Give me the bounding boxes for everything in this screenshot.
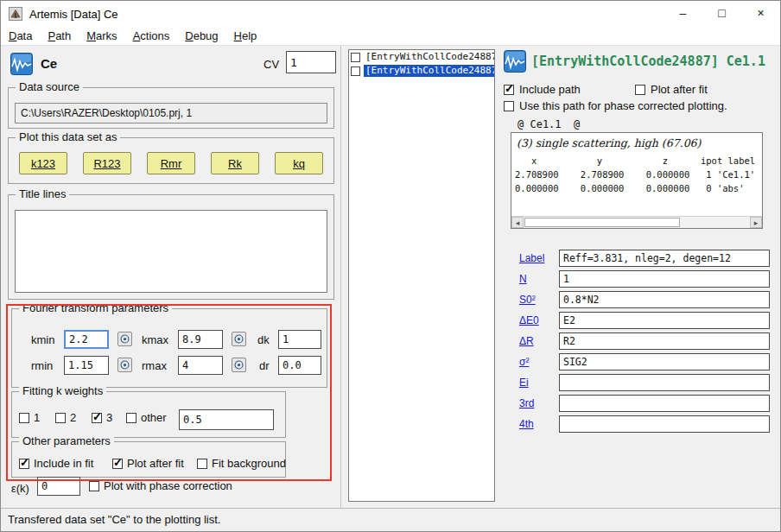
param-sigma2-input[interactable] <box>559 353 770 370</box>
param-ei-link[interactable]: Ei <box>519 377 529 389</box>
app-icon[interactable] <box>9 7 22 21</box>
phase-corrected-plotting-checkbox[interactable] <box>504 101 514 111</box>
param-de0-input[interactable] <box>559 312 770 329</box>
include-path-checkbox[interactable] <box>504 85 514 95</box>
maximize-button[interactable]: □ <box>702 1 741 27</box>
scroll-thumb[interactable] <box>524 218 680 227</box>
plot-after-fit-label: Plot after fit <box>127 457 184 470</box>
menu-path[interactable]: Path <box>40 28 79 44</box>
plot-rk-button[interactable]: Rk <box>211 152 259 174</box>
rmax-input[interactable] <box>178 356 223 375</box>
pluck-icon <box>119 359 130 370</box>
kmax-input[interactable] <box>178 330 223 349</box>
ft-params-group: Fourier transform parameters kmin kmax d… <box>11 308 327 388</box>
title-lines-textarea[interactable] <box>15 210 327 293</box>
ft-params-group-label: Fourier transform parameters <box>19 301 172 314</box>
plot-k123-button[interactable]: k123 <box>19 152 67 174</box>
phase-correction-checkbox[interactable] <box>89 481 99 491</box>
param-n-link[interactable]: N <box>519 273 527 285</box>
kweight-other-label: other <box>141 411 167 424</box>
menu-data[interactable]: Data <box>1 28 40 44</box>
pluck-kmax-button[interactable] <box>232 332 246 346</box>
path-title: [EntryWithCollCode24887] Ce1.1 <box>531 54 765 69</box>
path-list-item[interactable]: [EntryWithCollCode24887] <box>349 64 494 78</box>
param-dr-input[interactable] <box>559 332 770 350</box>
plot-rmr-button[interactable]: Rmr <box>147 152 195 174</box>
path-item-label[interactable]: [EntryWithCollCode24887] <box>364 65 495 77</box>
dk-input[interactable] <box>278 330 321 349</box>
geometry-row: 0.000000 0.000000 0.000000 0 'abs' <box>515 183 745 193</box>
param-label-link[interactable]: Label <box>519 252 544 264</box>
pluck-rmax-button[interactable] <box>232 358 246 372</box>
geometry-hscrollbar[interactable] <box>511 216 762 228</box>
path-item-checkbox[interactable] <box>351 53 360 62</box>
param-n-input[interactable] <box>559 270 770 288</box>
path-wave-icon <box>504 50 526 73</box>
title-lines-group-label: Title lines <box>16 187 69 200</box>
kweight-other-checkbox[interactable] <box>126 413 137 423</box>
param-s02-input[interactable] <box>559 291 770 308</box>
kweight-3-label: 3 <box>106 411 112 424</box>
param-label-input[interactable] <box>559 250 770 267</box>
dr-label: dr <box>259 359 270 372</box>
kmax-label: kmax <box>142 333 168 346</box>
kmin-label: kmin <box>31 333 54 346</box>
param-3rd-input[interactable] <box>559 395 770 412</box>
dr-input[interactable] <box>278 356 321 375</box>
pluck-icon <box>233 359 244 370</box>
path-plot-after-fit-checkbox[interactable] <box>635 85 645 95</box>
menu-marks[interactable]: Marks <box>79 28 124 44</box>
pluck-rmin-button[interactable] <box>117 358 132 372</box>
plot-group: Plot this data set as k123 R123 Rmr Rk k… <box>8 137 334 184</box>
path-list-item[interactable]: [EntryWithCollCode24887] <box>349 50 494 64</box>
kweights-group-label: Fitting k weights <box>19 384 106 397</box>
epsilon-input[interactable] <box>37 477 80 496</box>
minimize-button[interactable]: – <box>664 1 702 27</box>
kweight-2-checkbox[interactable] <box>55 413 66 423</box>
kweight-1-checkbox[interactable] <box>19 413 29 423</box>
param-3rd-link[interactable]: 3rd <box>519 397 534 409</box>
data-wave-icon <box>10 53 33 75</box>
include-in-fit-checkbox[interactable] <box>19 459 29 469</box>
param-sigma2-link[interactable]: σ² <box>519 356 529 368</box>
param-dr-link[interactable]: ΔR <box>519 335 534 347</box>
fit-background-checkbox[interactable] <box>197 459 207 469</box>
menu-debug[interactable]: Debug <box>177 28 225 44</box>
phase-corrected-plotting-label: Use this path for phase corrected plotti… <box>519 99 727 112</box>
dataset-name: Ce <box>41 56 57 71</box>
kweight-1-label: 1 <box>34 411 40 424</box>
cv-input[interactable] <box>286 51 336 73</box>
rmax-label: rmax <box>142 359 167 372</box>
pluck-icon <box>233 333 244 345</box>
param-4th-link[interactable]: 4th <box>519 418 534 430</box>
path-item-checkbox[interactable] <box>351 66 360 76</box>
plot-r123-button[interactable]: R123 <box>83 152 131 174</box>
path-geometry-tag: @ Ce1.1 @ <box>517 118 580 130</box>
path-plot-after-fit-label: Plot after fit <box>651 83 708 96</box>
close-button[interactable]: × <box>741 1 780 27</box>
param-4th-input[interactable] <box>559 415 770 433</box>
path-geometry-box: (3) single scattering, high (67.06) x y … <box>511 132 763 229</box>
scroll-left-icon[interactable] <box>511 217 524 228</box>
plot-group-label: Plot this data set as <box>16 130 120 143</box>
other-params-group-label: Other parameters <box>19 434 114 447</box>
kweight-3-checkbox[interactable] <box>92 413 102 423</box>
geometry-column-header: x y z ipot label <box>515 155 755 166</box>
plot-kq-button[interactable]: kq <box>275 152 323 174</box>
menu-actions[interactable]: Actions <box>125 28 178 44</box>
kmin-input[interactable] <box>64 330 109 349</box>
status-bar: Transfered data set "Ce" to the plotting… <box>1 508 780 531</box>
menu-help[interactable]: Help <box>226 28 265 44</box>
kweight-other-input[interactable] <box>179 409 274 430</box>
include-in-fit-label: Include in fit <box>34 457 93 470</box>
plot-after-fit-checkbox[interactable] <box>112 459 123 469</box>
rmin-input[interactable] <box>64 356 109 375</box>
path-item-label[interactable]: [EntryWithCollCode24887] <box>364 51 495 63</box>
param-s02-link[interactable]: S0² <box>519 294 536 306</box>
param-de0-link[interactable]: ΔE0 <box>519 314 539 326</box>
epsilon-label: ε(k) <box>11 482 29 495</box>
path-list[interactable]: [EntryWithCollCode24887] [EntryWithCollC… <box>348 49 495 502</box>
pluck-kmin-button[interactable] <box>117 332 132 346</box>
scroll-right-icon[interactable] <box>750 217 762 228</box>
param-ei-input[interactable] <box>559 374 770 391</box>
